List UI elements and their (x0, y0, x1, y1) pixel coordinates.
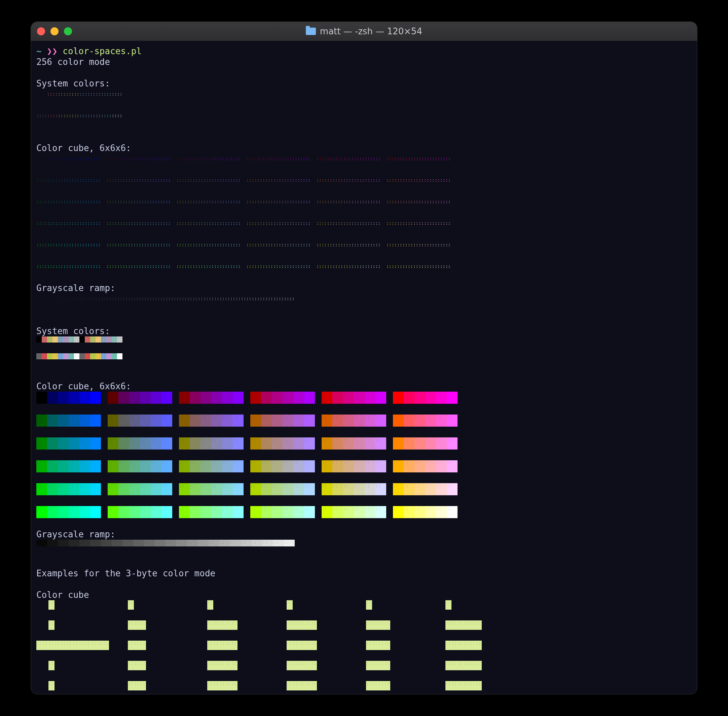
color-swatch (85, 153, 90, 164)
color-swatch (165, 261, 171, 272)
color-swatch (117, 175, 123, 186)
color-swatch (488, 600, 494, 610)
color-swatch (69, 293, 74, 304)
color-swatch (90, 110, 96, 121)
color-swatch (106, 175, 112, 186)
color-swatch (262, 218, 268, 229)
color-swatch (300, 153, 305, 164)
color-swatch (36, 600, 42, 610)
color-swatch (128, 620, 134, 630)
color-swatch (304, 414, 315, 427)
color-swatch (375, 414, 386, 427)
color-swatch (151, 460, 161, 472)
color-swatch (397, 240, 402, 250)
color-swatch (118, 506, 129, 518)
color-swatch (128, 218, 133, 229)
color-swatch (305, 153, 311, 164)
color-swatch (187, 153, 193, 164)
color-swatch (293, 681, 299, 690)
color-swatch (284, 197, 289, 207)
color-swatch (425, 391, 436, 404)
color-swatch (122, 681, 128, 690)
color-swatch (144, 153, 149, 164)
color-swatch (250, 391, 261, 404)
color-swatch (225, 293, 230, 304)
color-swatch (133, 540, 144, 546)
color-row (36, 261, 692, 272)
color-swatch (101, 337, 106, 343)
color-swatch (413, 218, 419, 229)
color-swatch (222, 460, 233, 472)
color-swatch (214, 261, 219, 272)
minimize-button[interactable] (50, 27, 59, 35)
color-swatch (343, 506, 354, 518)
color-swatch (42, 353, 47, 360)
color-swatch (293, 483, 304, 495)
color-swatch (67, 600, 73, 610)
color-swatch (91, 600, 97, 610)
color-swatch (161, 414, 172, 427)
color-swatch (375, 391, 386, 404)
color-swatch (42, 337, 47, 343)
color-swatch (282, 483, 293, 495)
color-swatch (139, 197, 144, 207)
color-swatch (90, 240, 96, 250)
color-swatch (187, 293, 193, 304)
color-swatch (90, 460, 101, 472)
terminal-viewport[interactable]: ~ ❯❯ color-spaces.pl 256 color mode Syst… (31, 41, 697, 695)
color-swatch (85, 261, 90, 272)
color-swatch (211, 391, 222, 404)
color-swatch (96, 153, 101, 164)
color-swatch (165, 218, 171, 229)
color-swatch (152, 620, 158, 630)
color-swatch (273, 293, 279, 304)
color-swatch (372, 681, 378, 690)
close-button[interactable] (37, 27, 45, 35)
color-swatch (343, 197, 349, 207)
color-swatch (211, 506, 222, 518)
title-bar[interactable]: matt — -zsh — 120×54 (31, 22, 697, 41)
color-swatch (262, 641, 268, 650)
color-swatch (73, 600, 79, 610)
color-swatch (488, 620, 494, 630)
color-swatch (69, 391, 79, 404)
color-swatch (494, 641, 500, 650)
color-swatch (420, 600, 426, 610)
color-swatch (464, 641, 470, 650)
color-swatch (213, 661, 219, 670)
color-swatch (354, 175, 359, 186)
color-swatch (452, 681, 458, 690)
color-swatch (402, 240, 408, 250)
color-swatch (79, 540, 90, 546)
color-swatch (96, 337, 101, 343)
color-swatch (222, 414, 233, 427)
color-swatch (225, 661, 232, 670)
color-swatch (359, 218, 365, 229)
color-swatch (300, 240, 305, 250)
color-swatch (129, 506, 140, 518)
color-swatch (316, 218, 322, 229)
color-swatch (176, 261, 182, 272)
color-swatch (282, 506, 293, 518)
color-swatch (149, 293, 155, 304)
color-swatch (341, 641, 347, 650)
zoom-button[interactable] (64, 27, 72, 35)
color-swatch (262, 661, 268, 670)
color-swatch (193, 153, 198, 164)
color-swatch (207, 620, 213, 630)
color-swatch (74, 110, 79, 121)
color-swatch (161, 483, 172, 495)
color-swatch (293, 391, 304, 404)
color-swatch (323, 600, 329, 610)
color-swatch (482, 641, 488, 650)
color-swatch (250, 437, 261, 449)
color-swatch (207, 661, 213, 670)
color-row (36, 620, 692, 630)
color-swatch (79, 293, 85, 304)
color-swatch (170, 661, 176, 670)
color-swatch (335, 661, 341, 670)
color-swatch (252, 197, 257, 207)
color-swatch (79, 197, 85, 207)
color-swatch (488, 641, 494, 650)
color-swatch (402, 641, 408, 650)
